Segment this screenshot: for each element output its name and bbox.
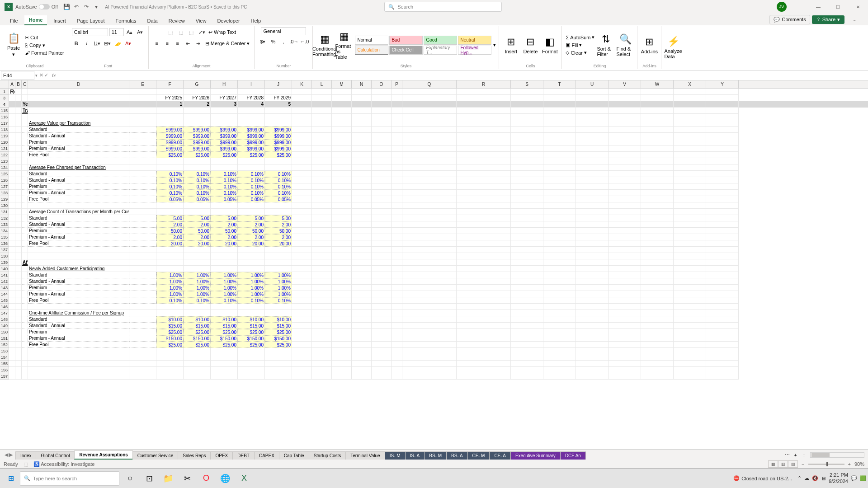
- cell[interactable]: [9, 190, 15, 196]
- cell[interactable]: [9, 259, 15, 266]
- cell[interactable]: [543, 145, 576, 152]
- cell[interactable]: [674, 164, 706, 171]
- cell[interactable]: [372, 323, 392, 329]
- cell[interactable]: [372, 373, 392, 380]
- style-neutral[interactable]: Neutral: [458, 36, 491, 45]
- cell[interactable]: [15, 272, 22, 278]
- cell[interactable]: [641, 272, 674, 278]
- cell[interactable]: [184, 304, 211, 310]
- tab-home[interactable]: Home: [24, 15, 47, 25]
- cell[interactable]: $999.00: [238, 139, 265, 145]
- cell[interactable]: [674, 354, 706, 361]
- cell[interactable]: [292, 253, 312, 259]
- col-header[interactable]: C: [22, 80, 28, 88]
- cell[interactable]: [184, 266, 211, 272]
- cell[interactable]: [15, 152, 22, 158]
- cell[interactable]: [576, 316, 609, 323]
- cell[interactable]: [332, 361, 352, 367]
- cell[interactable]: [392, 240, 402, 247]
- cell[interactable]: [543, 266, 576, 272]
- cell[interactable]: [352, 240, 372, 247]
- cell[interactable]: 0.10%: [265, 177, 292, 183]
- cell[interactable]: [156, 253, 184, 259]
- cell[interactable]: [402, 139, 457, 145]
- cell[interactable]: [674, 272, 706, 278]
- cell[interactable]: [457, 202, 511, 209]
- cell[interactable]: [28, 89, 129, 95]
- cell[interactable]: [706, 335, 739, 342]
- cell[interactable]: [511, 228, 543, 234]
- cell[interactable]: [706, 139, 739, 145]
- cell[interactable]: [457, 196, 511, 202]
- cell[interactable]: [457, 361, 511, 367]
- cell[interactable]: [22, 196, 28, 202]
- cell[interactable]: [674, 114, 706, 120]
- cell[interactable]: [22, 152, 28, 158]
- row-header[interactable]: 139: [0, 259, 9, 266]
- cell[interactable]: [641, 253, 674, 259]
- cell[interactable]: [312, 164, 332, 171]
- cell[interactable]: [22, 133, 28, 139]
- cell[interactable]: [372, 196, 392, 202]
- indent-decrease-icon[interactable]: ⇤: [184, 39, 193, 48]
- cell[interactable]: 1.00%: [156, 272, 184, 278]
- cell[interactable]: [543, 158, 576, 164]
- cell[interactable]: [22, 209, 28, 215]
- cell[interactable]: [609, 215, 641, 221]
- increase-decimal-icon[interactable]: .0→: [289, 37, 298, 46]
- cell[interactable]: [609, 164, 641, 171]
- cell[interactable]: [238, 259, 265, 266]
- cell[interactable]: [511, 164, 543, 171]
- cell[interactable]: [609, 177, 641, 183]
- cell[interactable]: [457, 127, 511, 133]
- cell[interactable]: [641, 190, 674, 196]
- cell[interactable]: [511, 145, 543, 152]
- cell[interactable]: [457, 95, 511, 101]
- cell[interactable]: [674, 285, 706, 291]
- row-header[interactable]: 142: [0, 278, 9, 285]
- cell[interactable]: 3: [211, 101, 238, 108]
- cell[interactable]: [402, 101, 457, 108]
- cell[interactable]: [22, 120, 28, 127]
- cell[interactable]: [511, 108, 543, 114]
- cell[interactable]: $999.00: [156, 133, 184, 139]
- cell[interactable]: [576, 266, 609, 272]
- cell[interactable]: [674, 95, 706, 101]
- cell[interactable]: [576, 158, 609, 164]
- cell[interactable]: [457, 348, 511, 354]
- cell[interactable]: [576, 152, 609, 158]
- cell[interactable]: [457, 240, 511, 247]
- style-hyperlink[interactable]: Followed Hyp...: [458, 46, 491, 55]
- cell[interactable]: [184, 158, 211, 164]
- cell[interactable]: [9, 304, 15, 310]
- cell[interactable]: [129, 228, 156, 234]
- cell[interactable]: [457, 152, 511, 158]
- cell[interactable]: [706, 114, 739, 120]
- cell[interactable]: $999.00: [265, 133, 292, 139]
- cell[interactable]: [129, 316, 156, 323]
- cell[interactable]: [402, 272, 457, 278]
- col-header[interactable]: W: [641, 80, 674, 88]
- cell[interactable]: [292, 291, 312, 297]
- cell[interactable]: 5.00: [156, 215, 184, 221]
- minimize-icon[interactable]: —: [810, 2, 826, 12]
- cell[interactable]: [457, 221, 511, 228]
- cell[interactable]: [352, 297, 372, 304]
- cell[interactable]: [641, 373, 674, 380]
- cell[interactable]: [402, 342, 457, 348]
- news-widget[interactable]: ⛔Closed road on US-2...: [731, 474, 795, 482]
- cell[interactable]: Transaction Fees (If the platform facili…: [22, 108, 28, 114]
- cell[interactable]: [9, 196, 15, 202]
- cell[interactable]: [609, 297, 641, 304]
- borders-button[interactable]: ⊞▾: [103, 39, 112, 48]
- tab-data[interactable]: Data: [142, 16, 162, 25]
- cell[interactable]: [706, 133, 739, 139]
- cell[interactable]: [641, 89, 674, 95]
- horizontal-scrollbar[interactable]: [810, 452, 864, 458]
- cell[interactable]: [352, 120, 372, 127]
- cell[interactable]: [352, 133, 372, 139]
- cell[interactable]: 0.10%: [211, 190, 238, 196]
- cell[interactable]: [392, 139, 402, 145]
- name-box[interactable]: E44: [1, 71, 34, 80]
- cell[interactable]: Premium - Annual: [28, 291, 129, 297]
